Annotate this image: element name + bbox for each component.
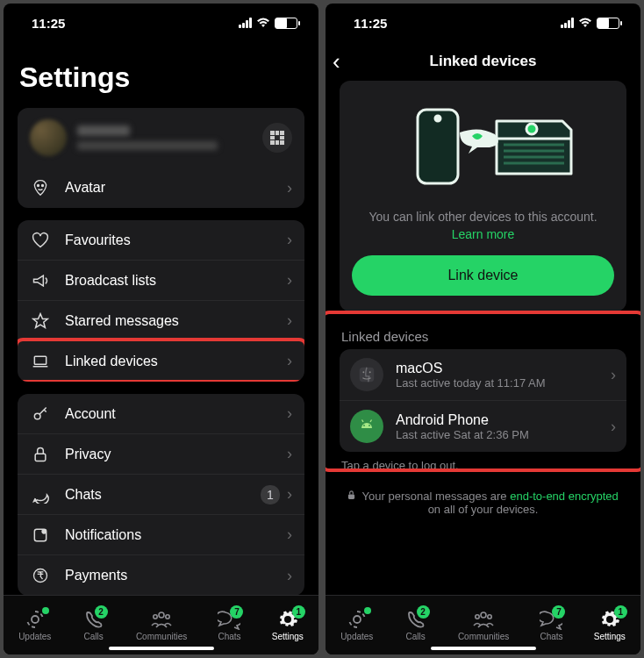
- settings-content: Settings Avatar › Favourites ›: [4, 42, 318, 595]
- group-b: Account › Privacy › Chats 1 › Notificati…: [18, 394, 304, 595]
- tab-bar: Updates 2 Calls Communities 7 Chats 1 Se…: [326, 595, 640, 654]
- encryption-text: Your personal messages are end-to-end en…: [340, 490, 626, 516]
- tab-updates[interactable]: Updates: [340, 609, 373, 641]
- tab-label: Communities: [458, 632, 509, 641]
- tab-settings[interactable]: 1 Settings: [594, 609, 626, 641]
- android-icon: [350, 410, 383, 443]
- row-account[interactable]: Account ›: [18, 394, 304, 434]
- svg-point-14: [435, 116, 440, 121]
- chevron-right-icon: ›: [611, 418, 616, 436]
- avatar: [30, 119, 67, 156]
- lock-icon: [30, 446, 51, 463]
- star-icon: [30, 312, 51, 330]
- finder-icon: [350, 358, 383, 391]
- row-label: Account: [65, 406, 287, 422]
- laptop-icon: [30, 353, 51, 370]
- illustration-card: You can link other devices to this accou…: [340, 81, 626, 311]
- tab-label: Settings: [594, 632, 626, 641]
- svg-point-23: [476, 615, 479, 619]
- row-notifications[interactable]: Notifications ›: [18, 515, 304, 555]
- row-label: Chats: [65, 487, 261, 503]
- tab-calls[interactable]: 2 Calls: [82, 609, 106, 641]
- tab-label: Calls: [84, 632, 104, 641]
- device-row-android[interactable]: Android Phone Last active Sat at 2:36 PM…: [340, 401, 626, 452]
- tab-label: Communities: [136, 632, 187, 641]
- learn-more-link[interactable]: Learn more: [452, 227, 515, 241]
- heart-icon: [30, 232, 51, 249]
- chevron-right-icon: ›: [287, 485, 292, 504]
- header-title: Linked devices: [430, 53, 537, 70]
- back-button[interactable]: ‹: [333, 48, 340, 75]
- row-broadcast[interactable]: Broadcast lists ›: [18, 261, 304, 301]
- row-label: Notifications: [65, 527, 287, 543]
- tab-communities[interactable]: Communities: [458, 609, 509, 641]
- row-avatar[interactable]: Avatar ›: [18, 168, 304, 208]
- row-chats[interactable]: Chats 1 ›: [18, 475, 304, 515]
- row-label: Privacy: [65, 447, 287, 462]
- profile-group: Avatar ›: [18, 108, 304, 208]
- status-icons: [239, 18, 297, 29]
- tab-chats[interactable]: 7 Chats: [217, 609, 241, 641]
- row-privacy[interactable]: Privacy ›: [18, 434, 304, 475]
- signal-icon: [239, 18, 252, 28]
- tab-chats[interactable]: 7 Chats: [539, 609, 563, 641]
- device-row-macos[interactable]: macOS Last active today at 11:17 AM ›: [340, 349, 626, 401]
- tab-settings[interactable]: 1 Settings: [272, 609, 304, 641]
- svg-point-17: [369, 372, 371, 374]
- tab-communities[interactable]: Communities: [136, 609, 187, 641]
- svg-point-3: [34, 413, 40, 419]
- wifi-icon: [256, 18, 270, 28]
- enc-link[interactable]: end-to-end encrypted: [510, 490, 619, 503]
- row-payments[interactable]: Payments ›: [18, 555, 304, 595]
- chevron-right-icon: ›: [287, 271, 292, 290]
- link-illustration: [352, 97, 614, 198]
- row-favourites[interactable]: Favourites ›: [18, 220, 304, 261]
- chevron-right-icon: ›: [287, 179, 292, 197]
- illus-text: You can link other devices to this accou…: [352, 209, 614, 243]
- tab-badge: 1: [292, 605, 305, 619]
- device-sub: Last active Sat at 2:36 PM: [396, 428, 611, 441]
- tab-label: Settings: [272, 632, 304, 641]
- lock-icon: [347, 490, 355, 500]
- page-title: Settings: [19, 61, 304, 94]
- svg-point-18: [363, 425, 365, 426]
- row-linked-devices[interactable]: Linked devices ›: [18, 341, 304, 382]
- row-label: Starred messages: [65, 313, 287, 329]
- row-starred[interactable]: Starred messages ›: [18, 301, 304, 341]
- tab-label: Chats: [540, 632, 562, 641]
- link-device-button[interactable]: Link device: [352, 255, 614, 296]
- svg-point-12: [526, 124, 537, 134]
- svg-point-8: [32, 616, 39, 623]
- tab-dot: [42, 607, 49, 614]
- row-label: Avatar: [65, 180, 287, 196]
- profile-row[interactable]: [18, 108, 304, 168]
- svg-point-0: [38, 185, 39, 187]
- device-sub: Last active today at 11:17 AM: [396, 376, 611, 390]
- status-bar: 11:25: [326, 4, 640, 42]
- tab-calls[interactable]: 2 Calls: [404, 609, 428, 641]
- tab-updates[interactable]: Updates: [18, 609, 51, 641]
- svg-point-22: [481, 612, 486, 618]
- status-icons: [561, 18, 619, 29]
- illus-caption: You can link other devices to this accou…: [369, 210, 597, 224]
- tab-badge: 2: [95, 605, 108, 619]
- home-indicator[interactable]: [431, 647, 536, 650]
- devices-group: macOS Last active today at 11:17 AM › An…: [340, 349, 626, 452]
- row-label: Linked devices: [65, 354, 287, 369]
- chevron-right-icon: ›: [287, 526, 292, 544]
- tab-badge: 2: [417, 605, 430, 619]
- enc-post: on all of your devices.: [428, 503, 539, 516]
- group-a: Favourites › Broadcast lists › Starred m…: [18, 220, 304, 382]
- wifi-icon: [578, 18, 592, 28]
- chevron-right-icon: ›: [611, 366, 616, 384]
- linked-content: You can link other devices to this accou…: [326, 81, 640, 595]
- svg-point-6: [42, 529, 46, 533]
- logout-caption: Tap a device to log out.: [341, 459, 625, 472]
- nav-header: ‹ Linked devices: [326, 42, 640, 81]
- svg-point-24: [488, 615, 491, 619]
- device-name: macOS: [396, 361, 611, 376]
- qr-button[interactable]: [262, 123, 292, 153]
- home-indicator[interactable]: [109, 647, 214, 650]
- notification-icon: [30, 526, 51, 544]
- section-label: Linked devices: [341, 329, 625, 344]
